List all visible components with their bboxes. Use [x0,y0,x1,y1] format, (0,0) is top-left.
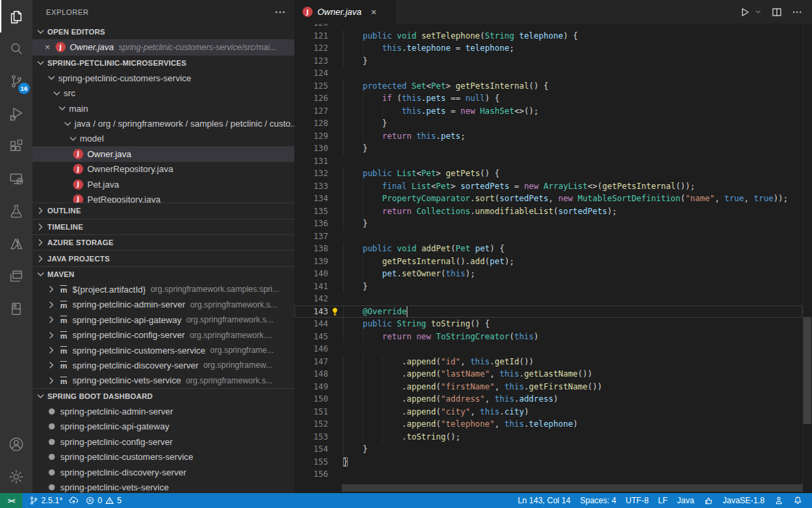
code-line-134[interactable]: 134 PropertyComparator.sort(sortedPets, … [294,192,803,205]
tree-item[interactable]: JOwnerRepository.java [32,162,294,177]
statusbar-indentation[interactable]: Spaces: 4 [580,496,616,505]
tree-item[interactable]: mspring-petclinic-discovery-serverorg.sp… [32,358,294,373]
tree-item[interactable]: model [32,131,294,146]
open-editor-owner-java[interactable]: ×JOwner.javaspring-petclinic-customers-s… [32,39,294,54]
statusbar-git-branch[interactable]: 2.5.1* [29,496,62,505]
statusbar-language-mode[interactable]: Java [677,496,694,505]
activitybar-item-explorer[interactable] [0,0,32,33]
code-line-132[interactable]: 132 public List<Pet> getPets() { [294,167,803,180]
tab-owner-java[interactable]: J Owner.java × [294,0,396,24]
tree-item[interactable]: src [32,86,294,101]
horizontal-scrollbar[interactable] [342,484,803,492]
statusbar-java-language-status[interactable] [704,496,713,505]
tree-item[interactable]: spring-petclinic-customers-service [32,70,294,85]
code-line-151[interactable]: 151 .append("city", this.city) [294,406,803,419]
tree-item[interactable]: JOwner.java [32,146,294,161]
tree-item[interactable]: mspring-petclinic-admin-serverorg.spring… [32,297,294,312]
more-actions-button[interactable] [792,7,803,18]
tree-item[interactable]: main [32,101,294,116]
tree-item[interactable]: m${project.artifactId}org.springframewor… [32,282,294,297]
tree-item[interactable]: mspring-petclinic-config-serverorg.sprin… [32,327,294,342]
code-line-141[interactable]: 141 } [294,280,803,293]
activitybar-item-settings[interactable] [0,461,32,493]
remote-indicator[interactable]: >< [0,493,22,508]
tree-item[interactable]: mspring-petclinic-customers-serviceorg.s… [32,343,294,358]
code-line-124[interactable]: 124 [294,67,803,80]
code-line-129[interactable]: 129 return this.pets; [294,130,803,143]
code-line-148[interactable]: 148 .append("lastName", this.getLastName… [294,368,803,381]
activitybar-item-accounts[interactable] [0,428,32,461]
tree-item[interactable]: spring-petclinic-vets-service [32,480,294,493]
split-editor-button[interactable] [771,7,782,18]
tree-item[interactable]: mspring-petclinic-vets-serviceorg.spring… [32,373,294,388]
statusbar-problems[interactable]: 05 [85,496,121,505]
code-line-139[interactable]: 139 getPetsInternal().add(pet); [294,255,803,268]
code-line-131[interactable]: 131 [294,155,803,168]
code-line-130[interactable]: 130 } [294,142,803,155]
tree-item[interactable]: spring-petclinic-admin-server [32,404,294,419]
statusbar-cursor-position[interactable]: Ln 143, Col 14 [518,496,570,505]
tree-item[interactable]: spring-petclinic-config-server [32,434,294,449]
code-line-128[interactable]: 128 } [294,117,803,130]
activitybar-item-extensions[interactable] [0,130,32,163]
code-line-150[interactable]: 150 .append("address", this.address) [294,393,803,406]
statusbar-publish-changes[interactable] [69,496,78,505]
code-line-120[interactable]: 120 [294,24,803,30]
code-line-154[interactable]: 154 } [294,443,803,456]
code-line-140[interactable]: 140 pet.setOwner(this); [294,268,803,280]
section-header-java-projects[interactable]: JAVA PROJECTS [32,250,294,266]
activitybar-item-remote-explorer[interactable] [0,163,32,195]
code-line-137[interactable]: 137 [294,230,803,243]
code-line-135[interactable]: 135 return Collections.unmodifiableList(… [294,205,803,218]
code-line-138[interactable]: 138 public void addPet(Pet pet) { [294,242,803,255]
section-header-maven[interactable]: MAVEN [32,266,294,282]
code-line-143[interactable]: 143 @Override [294,305,803,318]
tree-item[interactable]: JPet.java [32,177,294,192]
code-line-153[interactable]: 153 .toString(); [294,431,803,444]
section-header-outline[interactable]: OUTLINE [32,203,294,218]
ellipsis-icon[interactable] [274,6,286,18]
close-icon[interactable]: × [42,42,53,52]
vertical-scrollbar[interactable] [803,317,811,424]
tree-item[interactable]: java / org / springframework / samples /… [32,116,294,131]
code-line-123[interactable]: 123 } [294,55,803,68]
code-line-125[interactable]: 125 protected Set<Pet> getPetsInternal()… [294,80,803,93]
code-line-144[interactable]: 144 public String toString() { [294,318,803,331]
statusbar-notifications[interactable] [793,496,803,505]
code-line-136[interactable]: 136 } [294,217,803,230]
code-line-133[interactable]: 133 final List<Pet> sortedPets = new Arr… [294,180,803,193]
code-line-146[interactable]: 146 [294,343,803,356]
section-header-azure-storage[interactable]: AZURE STORAGE [32,234,294,250]
statusbar-feedback[interactable] [774,496,784,505]
code-line-145[interactable]: 145 return new ToStringCreator(this) [294,331,803,343]
tree-item[interactable]: JPetRepository.java [32,192,294,203]
tree-item[interactable]: mspring-petclinic-api-gatewayorg.springf… [32,312,294,327]
code-line-122[interactable]: 122 this.telephone = telephone; [294,42,803,55]
activitybar-item-source-control[interactable]: 16 [0,65,32,98]
activitybar-item-spring-boot-dashboard[interactable] [0,260,32,293]
code-line-126[interactable]: 126 if (this.pets == null) { [294,92,803,105]
close-icon[interactable]: × [368,7,379,18]
activitybar-item-containers[interactable] [0,293,32,325]
code-line-155[interactable]: 155} [294,456,803,469]
activitybar-item-azure[interactable] [0,228,32,260]
statusbar-encoding[interactable]: UTF-8 [626,496,649,505]
code-editor[interactable]: 120121 public void setTelephone(String t… [294,24,812,493]
tree-item[interactable]: spring-petclinic-customers-service [32,450,294,465]
code-line-156[interactable]: 156 [294,468,803,481]
run-button[interactable] [740,7,750,18]
run-options-dropdown[interactable] [754,8,762,16]
section-header-timeline[interactable]: TIMELINE [32,219,294,234]
tree-item[interactable]: spring-petclinic-api-gateway [32,419,294,434]
code-line-142[interactable]: 142 [294,293,803,305]
tree-item[interactable]: spring-petclinic-discovery-server [32,465,294,480]
activitybar-item-testing[interactable] [0,195,32,228]
activitybar-item-search[interactable] [0,33,32,65]
code-line-127[interactable]: 127 this.pets = new HashSet<>(); [294,105,803,118]
lightbulb-icon[interactable] [330,307,340,316]
activitybar-item-run-and-debug[interactable] [0,98,32,130]
code-line-121[interactable]: 121 public void setTelephone(String tele… [294,30,803,43]
code-line-152[interactable]: 152 .append("telephone", this.telephone) [294,418,803,431]
code-line-149[interactable]: 149 .append("firstName", this.getFirstNa… [294,381,803,394]
statusbar-eol[interactable]: LF [658,496,668,505]
